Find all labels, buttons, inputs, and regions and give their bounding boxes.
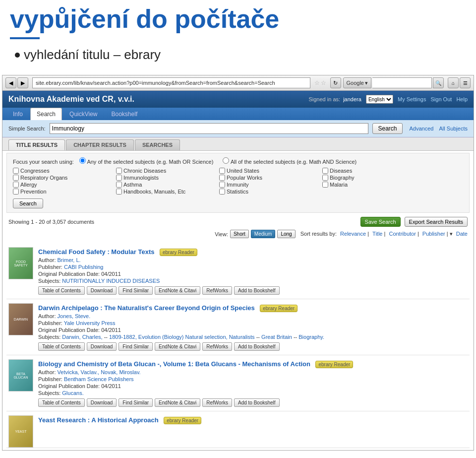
add-bookshelf-btn-2[interactable]: Add to Bookshelf [234, 342, 280, 351]
book-title-link-2[interactable]: Darwin Archipelago : The Naturalist's Ca… [38, 304, 255, 312]
book-title-link-4[interactable]: Yeast Research : A Historical Approach [38, 416, 159, 424]
search-input[interactable] [50, 123, 369, 134]
author-link-3b[interactable]: Novak, Miroslav. [101, 369, 140, 375]
find-similar-btn-1[interactable]: Find Similar [119, 286, 153, 295]
book-title-link-1[interactable]: Chemical Food Safety : Modular Texts [38, 248, 155, 256]
radio-all[interactable] [223, 157, 229, 164]
radio-all-label[interactable]: All of the selected subjects (e.g. Math … [223, 159, 357, 165]
refworks-btn-2[interactable]: RefWorks [202, 342, 232, 351]
help-link[interactable]: Help [456, 96, 468, 102]
book-title-row-4: Yeast Research : A Historical Approach e… [38, 415, 468, 424]
tab-searches[interactable]: SEARCHES [135, 139, 180, 150]
sort-contributor[interactable]: Contributor [389, 231, 416, 237]
subject-evolution-link[interactable]: Evolution (Biology) [138, 334, 184, 340]
language-selector[interactable]: English [366, 95, 393, 104]
browser-toolbar: ◀ ▶ site.ebrary.com/lib/knav/search.acti… [2, 75, 474, 91]
sort-publisher[interactable]: Publisher [422, 231, 445, 237]
radio-any-label[interactable]: Any of the selected subjects (e.g. Math … [79, 159, 215, 165]
checkbox-united-states[interactable] [219, 168, 225, 174]
tab-search[interactable]: Search [30, 108, 62, 120]
filter-check-asthma: Asthma [116, 182, 215, 188]
book-info-4: Yeast Research : A Historical Approach e… [38, 415, 468, 424]
all-subjects-link[interactable]: All Subjects [439, 126, 468, 131]
author-link-1[interactable]: Brimer, L. [58, 257, 81, 263]
checkbox-popular[interactable] [219, 175, 225, 181]
save-search-button[interactable]: Save Search [360, 217, 401, 227]
publisher-link-2[interactable]: Yale University Press [64, 320, 116, 326]
download-btn-2[interactable]: Download [87, 342, 117, 351]
advanced-search-link[interactable]: Advanced [410, 126, 434, 131]
star-icon-2[interactable]: ☆ [321, 79, 326, 86]
address-bar[interactable]: site.ebrary.com/lib/knav/search.action?p… [32, 77, 310, 88]
my-settings-link[interactable]: My Settings [398, 96, 426, 102]
subject-dates-link[interactable]: 1809-1882, [109, 334, 137, 340]
home-button[interactable]: ⌂ [448, 77, 459, 88]
author-link-2[interactable]: Jones, Steve. [58, 313, 91, 319]
sort-title[interactable]: Title [372, 231, 382, 237]
checkbox-statistics[interactable] [219, 189, 225, 195]
author-link-3a[interactable]: Vetvicka, Vaclav., [58, 369, 100, 375]
back-button[interactable]: ◀ [5, 77, 16, 88]
view-long-button[interactable]: Long [277, 230, 295, 238]
checkbox-respiratory[interactable] [13, 175, 19, 181]
view-short-button[interactable]: Short [230, 230, 249, 238]
publisher-link-3[interactable]: Bentham Science Publishers [64, 376, 134, 382]
results-header: Showing 1 - 20 of 3,057 documents Save S… [2, 215, 474, 229]
refresh-button[interactable]: ↻ [330, 77, 341, 88]
search-engine-selector[interactable]: Google ▾ [343, 77, 371, 88]
checkbox-prevention[interactable] [13, 189, 19, 195]
subject-darwin-link[interactable]: Darwin, Charles, [62, 334, 102, 340]
tab-bookshelf[interactable]: Bookshelf [105, 108, 144, 120]
export-button[interactable]: Export Search Results [405, 217, 468, 227]
tab-quickview[interactable]: QuickView [63, 108, 104, 120]
filter-search-button[interactable]: Search [13, 198, 43, 208]
checkbox-immunologists[interactable] [116, 175, 122, 181]
checkbox-asthma[interactable] [116, 182, 122, 188]
endnote-btn-3[interactable]: EndNote & Citavi [155, 398, 200, 407]
subject-glucans-link[interactable]: Glucans. [62, 390, 83, 396]
toc-btn-2[interactable]: Table of Contents [38, 342, 85, 351]
toc-btn-1[interactable]: Table of Contents [38, 286, 85, 295]
subject-biography-link[interactable]: Biography. [298, 334, 324, 340]
checkbox-handbooks[interactable] [116, 189, 122, 195]
checkbox-congresses[interactable] [13, 168, 19, 174]
add-bookshelf-btn-3[interactable]: Add to Bookshelf [234, 398, 280, 407]
find-similar-btn-2[interactable]: Find Similar [119, 342, 153, 351]
subject-great-britain-link[interactable]: Great Britain [261, 334, 292, 340]
tab-chapter-results[interactable]: CHAPTER RESULTS [66, 139, 134, 150]
book-title-link-3[interactable]: Biology and Chemistry of Beta Glucan -, … [38, 360, 310, 368]
search-go-button[interactable]: 🔍 [433, 77, 444, 88]
radio-any[interactable] [79, 157, 86, 164]
find-similar-btn-3[interactable]: Find Similar [119, 398, 153, 407]
subject-naturalists-link[interactable]: Naturalists [229, 334, 255, 340]
download-btn-1[interactable]: Download [87, 286, 117, 295]
tab-info[interactable]: Info [6, 108, 29, 120]
checkbox-chronic[interactable] [116, 168, 122, 174]
refworks-btn-3[interactable]: RefWorks [202, 398, 232, 407]
publisher-link-1[interactable]: CABI Publishing [64, 264, 104, 270]
checkbox-allergy[interactable] [13, 182, 19, 188]
checkbox-diseases[interactable] [322, 168, 328, 174]
view-medium-button[interactable]: Medium [251, 230, 276, 238]
tab-title-results[interactable]: TITLE RESULTS [8, 139, 65, 150]
subject-natural-selection-link[interactable]: Natural selection, [185, 334, 228, 340]
forward-button[interactable]: ▶ [17, 77, 28, 88]
filter-check-diseases: Diseases [322, 168, 412, 174]
toc-btn-3[interactable]: Table of Contents [38, 398, 85, 407]
sort-date[interactable]: Date [456, 231, 468, 237]
sign-out-link[interactable]: Sign Out [431, 96, 452, 102]
checkbox-malaria[interactable] [322, 182, 328, 188]
refworks-btn-1[interactable]: RefWorks [202, 286, 232, 295]
subject-link-1[interactable]: NUTRITIONALLY INDUCED DISEASES [62, 278, 160, 284]
star-icon[interactable]: ☆ [314, 79, 320, 86]
endnote-btn-2[interactable]: EndNote & Citavi [155, 342, 200, 351]
sort-relevance[interactable]: Relevance [340, 231, 366, 237]
endnote-btn-1[interactable]: EndNote & Citavi [155, 286, 200, 295]
checkbox-biography[interactable] [322, 175, 328, 181]
download-btn-3[interactable]: Download [87, 398, 117, 407]
browser-search-input[interactable] [372, 77, 432, 88]
checkbox-immunity[interactable] [219, 182, 225, 188]
search-button[interactable]: Search [372, 123, 402, 134]
add-bookshelf-btn-1[interactable]: Add to Bookshelf [234, 286, 280, 295]
menu-button[interactable]: ☰ [460, 77, 471, 88]
